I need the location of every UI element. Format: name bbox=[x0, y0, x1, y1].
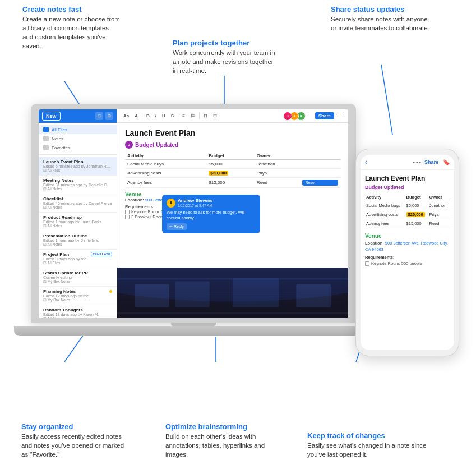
nav-dot bbox=[43, 127, 49, 132]
comment-time: 1/17/2017 at 9:47 AM bbox=[178, 204, 212, 208]
phone-mockup: ‹ ••• Share 🔖 Launch Event Plan Budget U… bbox=[355, 149, 459, 356]
annotation-title: Create notes fast bbox=[22, 4, 121, 15]
annotation-plan-projects: Plan projects together Work concurrently… bbox=[173, 38, 279, 75]
toolbar-avatar-1: J bbox=[283, 112, 292, 121]
venue-photo-overlay bbox=[117, 268, 348, 318]
new-button[interactable]: New bbox=[42, 112, 61, 121]
note-item-checklist[interactable]: Checklist Edited 46 minutes ago by Danie… bbox=[39, 194, 117, 213]
phone-table-row: Agency fees $15,000 Reed bbox=[365, 219, 450, 228]
toolbar-align[interactable]: ⊟ bbox=[202, 113, 209, 119]
table-row: Advertising costs $20,000 Priya bbox=[125, 169, 340, 178]
phone-dots[interactable]: ••• bbox=[413, 159, 422, 165]
phone-bookmark-icon[interactable]: 🔖 bbox=[443, 159, 450, 165]
sidebar: New ⊡ ⊞ All Files Notes bbox=[39, 109, 117, 318]
phone-venue-title: Venue bbox=[365, 233, 450, 239]
toolbar-more[interactable]: ⋯ bbox=[339, 113, 344, 119]
phone-keynote-checkbox[interactable] bbox=[365, 261, 369, 266]
annotation-create-notes: Create notes fast Create a new note or c… bbox=[22, 4, 121, 51]
toolbar-underline[interactable]: U bbox=[160, 113, 167, 119]
laptop-mockup: New ⊡ ⊞ All Files Notes bbox=[31, 104, 356, 345]
resolve-button[interactable]: Resol bbox=[302, 180, 338, 186]
table-row: Social Media buys $5,000 Jonathon bbox=[125, 160, 340, 169]
sidebar-nav: All Files Notes Favorites bbox=[39, 123, 117, 155]
sidebar-nav-notes[interactable]: Notes bbox=[39, 134, 117, 143]
editor-toolbar: Aa A B I U S ≡ ⁝≡ ⊟ ⊞ J A R bbox=[117, 109, 348, 123]
doc-title: Launch Event Plan bbox=[125, 128, 340, 137]
col-activity: Activity bbox=[125, 152, 206, 160]
note-item-status[interactable]: Status Update for PR Currently editing ⊡… bbox=[39, 268, 117, 287]
editor-content: Launch Event Plan B Budget Updated Activ… bbox=[117, 123, 348, 318]
laptop-base bbox=[14, 326, 373, 336]
toolbar-sep-2 bbox=[178, 113, 178, 119]
note-item-planning[interactable]: Planning Notes Edited 12 days ago by me … bbox=[39, 287, 117, 305]
note-item-meeting[interactable]: Meeting Notes Edited 31 minutes ago by D… bbox=[39, 176, 117, 194]
sidebar-icon-2: ⊞ bbox=[105, 112, 113, 120]
comment-popup: A Andrew Stevens 1/17/2017 at 9:47 AM We… bbox=[162, 195, 260, 233]
svg-line-2 bbox=[381, 65, 392, 135]
col-action bbox=[300, 152, 340, 160]
phone-screen: ‹ ••• Share 🔖 Launch Event Plan Budget U… bbox=[361, 155, 454, 350]
annotation-stay-organized: Stay organized Easily access recently ed… bbox=[21, 422, 131, 459]
toolbar-underline-a[interactable]: A bbox=[133, 113, 140, 119]
sidebar-header: New ⊡ ⊞ bbox=[39, 109, 117, 123]
comment-header: A Andrew Stevens 1/17/2017 at 9:47 AM bbox=[167, 198, 256, 208]
toolbar-avatars: J A R + bbox=[285, 112, 309, 121]
toolbar-sep-3 bbox=[199, 113, 200, 119]
phone-requirements-label: Requirements: bbox=[365, 255, 450, 260]
annotation-title: Share status updates bbox=[331, 4, 435, 15]
phone-col-budget: Budget bbox=[405, 194, 428, 201]
toolbar-sep-1 bbox=[142, 113, 142, 119]
annotation-body: Easily access recently edited notes and … bbox=[21, 432, 131, 459]
note-item-project[interactable]: Project Plan TEMPLATE Edited 3 days ago … bbox=[39, 250, 117, 268]
toolbar-table[interactable]: ⊞ bbox=[211, 113, 219, 119]
doc-table: Activity Budget Owner Social Media buys … bbox=[125, 152, 340, 188]
annotation-title: Keep track of changes bbox=[307, 431, 431, 441]
sidebar-toolbar-icons: ⊡ ⊞ bbox=[95, 112, 113, 120]
note-item-random[interactable]: Random Thoughts Edited 13 days ago by Ka… bbox=[39, 305, 117, 318]
table-row: Agency fees $15,000 Reed Resol bbox=[125, 178, 340, 188]
nav-dot bbox=[43, 136, 49, 141]
note-item-outline[interactable]: Presentation Outline Edited 1 hour ago b… bbox=[39, 231, 117, 250]
share-button[interactable]: Share bbox=[315, 112, 334, 119]
phone-title: Launch Event Plan bbox=[365, 174, 450, 182]
breakout-checkbox[interactable] bbox=[125, 215, 130, 219]
toolbar-aa[interactable]: Aa bbox=[122, 113, 131, 119]
budget-updated: B Budget Updated bbox=[125, 141, 340, 149]
venue-photo bbox=[117, 268, 348, 318]
phone-back-icon[interactable]: ‹ bbox=[365, 158, 367, 166]
note-item-launch[interactable]: Launch Event Plan Edited 5 minutes ago b… bbox=[39, 157, 117, 176]
commenter-avatar: A bbox=[167, 199, 175, 208]
annotation-title: Optimize brainstorming bbox=[165, 422, 278, 432]
phone-share-button[interactable]: Share bbox=[424, 159, 438, 165]
phone-col-activity: Activity bbox=[365, 194, 405, 201]
sidebar-icon-1: ⊡ bbox=[95, 112, 103, 120]
phone-content: Launch Event Plan Budget Updated Activit… bbox=[361, 170, 454, 350]
phone-table-row: Social Media buys $5,000 Jonathon bbox=[365, 201, 450, 210]
annotation-body: Build on each other's ideas with annotat… bbox=[165, 432, 278, 459]
commenter-name: Andrew Stevens bbox=[178, 198, 212, 203]
reply-button[interactable]: ↩ Reply bbox=[167, 223, 187, 230]
note-item-roadmap[interactable]: Product Roadmap Edited 1 hour ago by Lau… bbox=[39, 213, 117, 231]
phone-table-row: Advertising costs $20,000 Priya bbox=[365, 210, 450, 219]
laptop-screen-bezel: New ⊡ ⊞ All Files Notes bbox=[31, 104, 356, 323]
toolbar-italic[interactable]: I bbox=[154, 113, 158, 119]
annotation-body: Securely share notes with anyone or invi… bbox=[331, 15, 435, 33]
phone-budget-label: Budget Updated bbox=[365, 185, 450, 190]
sidebar-nav-all-files[interactable]: All Files bbox=[39, 125, 117, 134]
annotation-keep-track: Keep track of changes Easily see what's … bbox=[307, 431, 431, 459]
phone-header: ‹ ••• Share 🔖 bbox=[361, 155, 454, 170]
col-budget: Budget bbox=[206, 152, 255, 160]
sidebar-nav-favorites[interactable]: Favorites bbox=[39, 143, 117, 152]
phone-bezel: ‹ ••• Share 🔖 Launch Event Plan Budget U… bbox=[355, 149, 459, 356]
laptop-screen: New ⊡ ⊞ All Files Notes bbox=[39, 109, 348, 318]
annotation-body: Create a new note or choose from a libra… bbox=[22, 15, 121, 50]
toolbar-strikethrough[interactable]: S bbox=[169, 113, 175, 119]
phone-col-owner: Owner bbox=[428, 194, 450, 201]
toolbar-avatar-more: + bbox=[307, 113, 309, 118]
toolbar-bold[interactable]: B bbox=[145, 113, 151, 119]
toolbar-list2[interactable]: ⁝≡ bbox=[189, 113, 197, 119]
annotation-title: Plan projects together bbox=[173, 38, 279, 48]
keynote-checkbox[interactable] bbox=[125, 210, 130, 214]
toolbar-list1[interactable]: ≡ bbox=[181, 113, 187, 119]
phone-venue-location: Location: 900 Jefferson Ave, Redwood Cit… bbox=[365, 241, 450, 252]
